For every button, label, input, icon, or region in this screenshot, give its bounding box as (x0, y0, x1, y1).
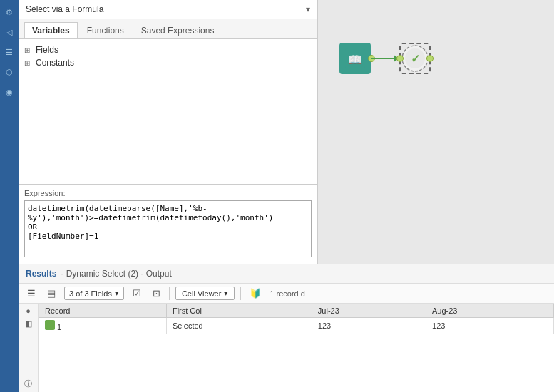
tree-toggle-constants: ⊞ (24, 59, 33, 67)
canvas-nodes: 📖 ✓ (339, 43, 431, 74)
col-header-jul23: Jul-23 (312, 304, 426, 318)
formula-dropdown-button[interactable]: ▾ (306, 4, 310, 14)
left-panel: Select via a Formula ▾ Variables Functio… (19, 0, 318, 264)
sidebar-diamond-icon[interactable]: ⬡ (3, 66, 16, 78)
tree-label-constants: Constants (36, 58, 74, 68)
sidebar-nav-icon[interactable]: ◁ (3, 26, 16, 38)
tree-item-constants[interactable]: ⊞ Constants (24, 56, 312, 69)
cell-viewer-label: Cell Viewer (182, 289, 221, 298)
expression-label: Expression: (24, 189, 312, 197)
results-sidebar-icons: ● ◧ ⓘ (19, 304, 39, 392)
toolbar-divider-2 (240, 287, 241, 300)
tree-label-fields: Fields (36, 45, 58, 55)
sidebar-gear-icon[interactable]: ⚙ (3, 6, 16, 19)
tab-functions[interactable]: Functions (79, 22, 132, 38)
col-header-aug23: Aug-23 (426, 304, 554, 318)
connector-line (371, 58, 399, 59)
toolbar-check-icon[interactable]: ☑ (130, 287, 144, 300)
results-panel: Results - Dynamic Select (2) - Output ☰ … (19, 264, 554, 392)
toolbar-divider (169, 287, 170, 300)
toolbar-export-icon[interactable]: ⊡ (150, 287, 163, 300)
col-header-firstcol: First Col (166, 304, 312, 318)
results-table: Record First Col Jul-23 Aug-23 1 (39, 304, 554, 334)
fields-dropdown-arrow: ▾ (115, 289, 119, 298)
tabs-bar: Variables Functions Saved Expressions (19, 19, 317, 39)
cell-firstcol: Selected (166, 318, 312, 334)
expression-section: Expression: datetimetrim(datetimeparse([… (19, 184, 317, 264)
sidebar-circle-icon[interactable]: ◉ (3, 86, 16, 98)
formula-header: Select via a Formula ▾ (19, 0, 317, 19)
row-indicator (45, 320, 55, 330)
svg-text:📖: 📖 (348, 53, 362, 66)
results-title: Results (26, 269, 56, 279)
cell-viewer-button[interactable]: Cell Viewer ▾ (175, 287, 235, 300)
toolbar-list-icon[interactable]: ☰ (24, 287, 39, 300)
results-subtitle: - Dynamic Select (2) - Output (61, 269, 171, 279)
results-toolbar: ☰ ▤ 3 of 3 Fields ▾ ☑ ⊡ Cell Viewer ▾ 🔰 … (19, 284, 554, 304)
tree-item-fields[interactable]: ⊞ Fields (24, 43, 312, 56)
expression-textarea[interactable]: datetimetrim(datetimeparse([Name],'%b-%y… (24, 200, 312, 257)
results-side-icon-2[interactable]: ◧ (25, 319, 32, 329)
fields-count-label: 3 of 3 Fields (69, 289, 112, 298)
fields-selector[interactable]: 3 of 3 Fields ▾ (64, 287, 124, 300)
tab-saved-expressions[interactable]: Saved Expressions (133, 22, 222, 38)
cell-jul23: 123 (312, 318, 426, 334)
top-area: Select via a Formula ▾ Variables Functio… (19, 0, 554, 264)
canvas-area: 📖 ✓ (318, 0, 554, 264)
results-side-icon-1[interactable]: ● (26, 306, 31, 315)
tree-area: ⊞ Fields ⊞ Constants (19, 39, 317, 184)
select-node-icon[interactable]: ✓ (399, 43, 431, 74)
results-side-icon-3[interactable]: ⓘ (24, 378, 32, 389)
cell-record: 1 (39, 318, 167, 334)
formula-title: Select via a Formula (26, 4, 103, 14)
main-content: Select via a Formula ▾ Variables Functio… (19, 0, 554, 392)
input-connector-dot (396, 55, 404, 62)
results-content: ● ◧ ⓘ Record First Col Jul-23 Aug-23 (19, 304, 554, 392)
svg-text:✓: ✓ (411, 53, 420, 65)
table-row: 1 Selected 123 123 (39, 318, 554, 334)
select-node[interactable]: ✓ (399, 43, 431, 74)
toolbar-filter-icon[interactable]: 🔰 (247, 287, 264, 300)
input-node[interactable]: 📖 (339, 43, 371, 74)
cell-aug23: 123 (426, 318, 554, 334)
tree-toggle-fields: ⊞ (24, 46, 33, 54)
select-output-dot (426, 55, 434, 62)
sidebar-menu-icon[interactable]: ☰ (3, 46, 16, 58)
record-count-label: 1 record d (270, 289, 305, 298)
tab-variables[interactable]: Variables (24, 22, 78, 38)
cell-viewer-arrow: ▾ (224, 289, 228, 298)
results-table-area: Record First Col Jul-23 Aug-23 1 (39, 304, 554, 392)
input-node-icon[interactable]: 📖 (339, 43, 371, 74)
results-header: Results - Dynamic Select (2) - Output (19, 264, 554, 284)
col-header-record: Record (39, 304, 167, 318)
left-sidebar: ⚙ ◁ ☰ ⬡ ◉ (0, 0, 19, 392)
toolbar-columns-icon[interactable]: ▤ (44, 287, 58, 300)
